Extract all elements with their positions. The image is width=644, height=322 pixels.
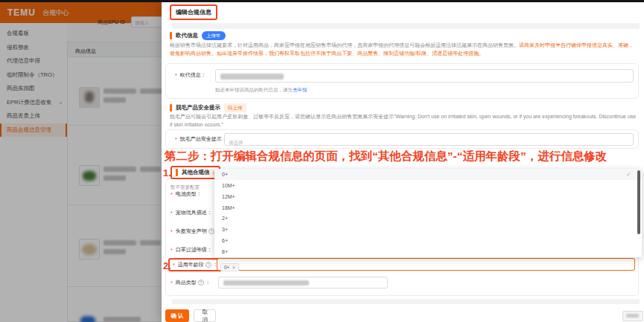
- go-declare-link[interactable]: 去申报: [293, 87, 307, 92]
- section-accent-bar: [176, 169, 178, 176]
- dropdown-option[interactable]: 2+: [214, 213, 642, 225]
- dropdown-option[interactable]: 8+: [214, 246, 642, 257]
- edit-compliance-drawer: 编辑合规信息 欧代信息 上传中 根据销售市场法律法规要求，针对适用商品，商家应申…: [162, 2, 644, 322]
- status-badge-uploading: 上传中: [202, 31, 226, 40]
- eu-field-label: 欧代信息：: [175, 71, 206, 79]
- annotation-box-title: 编辑合规信息: [170, 4, 217, 20]
- helmet-label: 头盔安全声明 ? ：: [170, 228, 221, 235]
- divider: [172, 23, 640, 29]
- cancel-button[interactable]: 取 消: [194, 309, 216, 322]
- mask-filter-label: 口罩过滤等级：: [170, 246, 212, 254]
- section-accent-bar: [170, 104, 172, 112]
- hair-description: 脱毛产品可能会引起用户皮肤刺激、过敏等不良反应，请您确认显示在商品销售页面展示安…: [170, 113, 639, 128]
- eu-info-input[interactable]: [215, 69, 634, 83]
- product-type-label: 商品类型 ? ：: [170, 279, 211, 286]
- age-tag: 0+ ✕: [220, 263, 239, 271]
- confirm-button[interactable]: 确 认: [165, 309, 189, 322]
- divider: [172, 299, 640, 304]
- section-eu-info: 欧代信息 上传中: [170, 31, 226, 40]
- redacted-value: [223, 280, 309, 286]
- annotation-step-text: 第二步：打开编辑合规信息的页面，找到“其他合规信息”-“适用年龄段”，进行信息修…: [165, 149, 607, 164]
- hair-field-group: 脱毛产品安全提示： 请选择: [165, 129, 639, 149]
- hair-field-label: 脱毛产品安全提示：: [175, 135, 227, 143]
- info-icon: ?: [208, 228, 214, 234]
- age-range-input[interactable]: 0+ ✕: [217, 258, 635, 271]
- drawer-title: 编辑合规信息: [171, 6, 216, 19]
- eu-helper: 如还未申报该商品的欧代信息，请先去申报: [215, 87, 307, 94]
- section-hair-removal: 脱毛产品安全提示 待上传: [170, 103, 246, 112]
- floating-widget[interactable]: [622, 311, 643, 321]
- dropdown-option[interactable]: 12M+: [214, 191, 642, 202]
- dropdown-option[interactable]: 0+ ✓: [214, 169, 642, 180]
- redacted-text: [626, 314, 639, 318]
- dropdown-option[interactable]: 18M+: [214, 202, 642, 213]
- section-accent-bar: [170, 32, 172, 39]
- dropdown-option[interactable]: 3+: [214, 224, 642, 235]
- dropdown-scrollbar[interactable]: [637, 170, 640, 234]
- pet-toy-label: 宠物玩具描述：: [170, 209, 212, 216]
- info-icon: ?: [205, 262, 211, 268]
- age-range-label: 适用年龄段 ? ：: [170, 260, 221, 270]
- eu-description: 根据销售市场法律法规要求，针对适用商品，商家应申报在相应销售市场的代理，且商家申…: [170, 42, 637, 57]
- dropdown-option[interactable]: 6+: [214, 235, 642, 246]
- eu-field-group: 欧代信息： 如还未申报该商品的欧代信息，请先去申报: [165, 63, 639, 99]
- hair-select-input[interactable]: 请选择: [224, 133, 634, 146]
- remove-tag-icon[interactable]: ✕: [232, 265, 235, 270]
- dropdown-option[interactable]: 10M+: [214, 180, 642, 191]
- status-badge-pending: 待上传: [224, 103, 246, 112]
- window-top-edge: [0, 0, 644, 2]
- age-range-dropdown: 0+ ✓ 10M+ 12M+ 18M+ 2+ 3+ 6+ 8+: [214, 169, 642, 257]
- redacted-value: [220, 74, 284, 80]
- product-type-input[interactable]: [218, 277, 388, 289]
- battery-type-label: 电池类型：: [170, 190, 202, 198]
- info-icon: ?: [198, 280, 204, 286]
- check-icon: ✓: [626, 171, 631, 178]
- annotation-box-age-label: 适用年龄段 ? ：: [168, 258, 223, 271]
